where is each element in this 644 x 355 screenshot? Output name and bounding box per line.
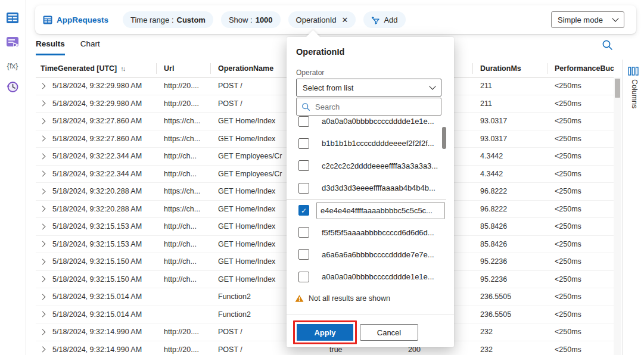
filter-pill-label: OperationId bbox=[296, 15, 337, 24]
operationid-filter-pill[interactable]: OperationId ✕ bbox=[288, 11, 356, 28]
table-name-button[interactable]: AppRequests bbox=[43, 15, 108, 24]
url-cell: http://20.... bbox=[156, 82, 210, 90]
option-label: d3d3d3d3eeeeffffaaaab4b4b4b... bbox=[322, 183, 435, 192]
table-glyph bbox=[6, 12, 19, 24]
flyout-search-box[interactable] bbox=[296, 98, 441, 116]
sort-icons[interactable]: ↑↓ bbox=[120, 63, 125, 74]
add-filter-pill[interactable]: Add bbox=[363, 11, 405, 28]
expand-row-chevron-icon[interactable] bbox=[40, 312, 46, 317]
column-header-url[interactable]: Url bbox=[156, 63, 210, 74]
expand-row-chevron-icon[interactable] bbox=[40, 347, 46, 353]
columns-icon[interactable] bbox=[628, 67, 639, 76]
remove-filter-icon[interactable]: ✕ bbox=[342, 15, 349, 24]
time-range-label: Time range : bbox=[130, 15, 174, 24]
expand-row-chevron-icon[interactable] bbox=[40, 206, 46, 212]
operationid-option[interactable]: c2c2c2c2ddddeeeeffffa3a3a3a3... bbox=[287, 155, 446, 177]
timegenerated-cell: 5/18/2024, 9:32:15.150 AM bbox=[36, 275, 156, 284]
apply-button[interactable]: Apply bbox=[297, 324, 353, 341]
timegenerated-cell: 5/18/2024, 9:32:29.980 AM bbox=[36, 82, 156, 90]
table-scrollbar[interactable] bbox=[614, 77, 621, 355]
show-limit-pill[interactable]: Show : 1000 bbox=[221, 11, 281, 28]
option-list-scrollbar-thumb[interactable] bbox=[442, 127, 446, 149]
flyout-title: OperationId bbox=[296, 47, 344, 57]
url-cell: http://20.... bbox=[156, 99, 210, 108]
app-window: {fx} AppRequests Time range : Custom bbox=[0, 0, 644, 355]
expand-row-chevron-icon[interactable] bbox=[40, 188, 46, 194]
performancebucket-cell: <250ms bbox=[547, 257, 614, 266]
operator-label: Operator bbox=[296, 68, 324, 77]
table-icon bbox=[43, 15, 52, 24]
expand-row-chevron-icon[interactable] bbox=[40, 259, 46, 264]
expand-row-chevron-icon[interactable] bbox=[40, 294, 46, 300]
apply-annotation-highlight: Apply bbox=[293, 320, 357, 344]
option-checkbox[interactable] bbox=[298, 116, 309, 127]
operationid-filter-flyout: OperationId Operator Select from list a0… bbox=[287, 37, 454, 347]
expand-row-chevron-icon[interactable] bbox=[40, 136, 46, 142]
column-header-performancebucket[interactable]: PerformanceBucket bbox=[547, 63, 614, 74]
operator-selected-value: Select from list bbox=[303, 83, 353, 92]
time-range-value: Custom bbox=[177, 15, 206, 24]
column-header-timegenerated[interactable]: TimeGenerated [UTC] ↑↓ bbox=[36, 63, 156, 74]
operationid-option[interactable]: b1b1b1b1ccccddddeeeef2f2f2f... bbox=[287, 132, 446, 154]
tables-icon[interactable] bbox=[5, 10, 20, 26]
flyout-search-input[interactable] bbox=[315, 102, 428, 111]
url-cell: http://ch... bbox=[156, 257, 210, 266]
table-scrollbar-thumb[interactable] bbox=[615, 79, 620, 98]
option-label: a0a0a0a0bbbbccccdddde1e1e... bbox=[322, 272, 434, 281]
durationms-cell: 236.5505 bbox=[472, 310, 547, 319]
chevron-down-icon bbox=[612, 15, 618, 21]
queries-icon[interactable] bbox=[5, 35, 20, 50]
results-chart-tabs: Results Chart bbox=[36, 39, 100, 55]
durationms-cell: 85.8426 bbox=[472, 240, 547, 248]
timegenerated-cell: 5/18/2024, 9:32:27.860 AM bbox=[36, 135, 156, 143]
filter-add-icon bbox=[371, 15, 380, 24]
expand-row-chevron-icon[interactable] bbox=[40, 101, 46, 107]
search-icon bbox=[301, 102, 310, 111]
operationid-option[interactable]: ✓ e4e4e4e4ffffaaaabbbbc5c5c5c... bbox=[287, 199, 446, 221]
option-label: a0a0a0a0bbbbccccdddde1e1e... bbox=[322, 117, 434, 126]
show-label: Show : bbox=[229, 15, 253, 24]
option-checkbox[interactable]: ✓ bbox=[298, 205, 309, 216]
cancel-button[interactable]: Cancel bbox=[360, 324, 418, 341]
timegenerated-cell: 5/18/2024, 9:32:20.288 AM bbox=[36, 187, 156, 195]
operationid-option[interactable]: a0a0a0a0bbbbccccdddde1e1e... bbox=[287, 116, 446, 132]
option-label: b1b1b1b1ccccddddeeeef2f2f2f... bbox=[322, 139, 434, 148]
option-checkbox[interactable] bbox=[298, 227, 309, 238]
tab-results[interactable]: Results bbox=[36, 39, 65, 55]
history-glyph bbox=[6, 80, 19, 94]
option-checkbox[interactable] bbox=[298, 183, 309, 194]
option-checkbox[interactable] bbox=[298, 272, 309, 282]
expand-row-chevron-icon[interactable] bbox=[40, 118, 46, 124]
expand-row-chevron-icon[interactable] bbox=[40, 241, 46, 247]
expand-row-chevron-icon[interactable] bbox=[40, 223, 46, 229]
search-results-icon[interactable] bbox=[602, 39, 613, 53]
operator-select[interactable]: Select from list bbox=[296, 79, 441, 96]
expand-row-chevron-icon[interactable] bbox=[40, 329, 46, 335]
functions-icon[interactable]: {fx} bbox=[5, 58, 20, 73]
expand-row-chevron-icon[interactable] bbox=[40, 153, 46, 159]
operationid-option[interactable]: d3d3d3d3eeeeffffaaaab4b4b4b... bbox=[287, 177, 446, 199]
performancebucket-cell: <250ms bbox=[547, 152, 614, 160]
option-checkbox[interactable] bbox=[298, 160, 309, 171]
timegenerated-cell: 5/18/2024, 9:32:15.014 AM bbox=[36, 310, 156, 319]
time-range-pill[interactable]: Time range : Custom bbox=[123, 11, 213, 28]
timegenerated-cell: 5/18/2024, 9:32:15.153 AM bbox=[36, 222, 156, 231]
option-checkbox[interactable] bbox=[298, 138, 309, 149]
results-warning: Not all results are shown bbox=[295, 294, 390, 303]
query-history-icon[interactable] bbox=[5, 79, 20, 95]
operationid-option[interactable]: f5f5f5f5aaaabbbbccccd6d6d6d... bbox=[287, 221, 446, 243]
expand-row-chevron-icon[interactable] bbox=[40, 83, 46, 89]
operationid-option[interactable]: a6a6a6a6bbbbccccdddde7e7e... bbox=[287, 244, 446, 266]
option-checkbox[interactable] bbox=[298, 249, 309, 260]
expand-row-chevron-icon[interactable] bbox=[40, 171, 46, 177]
left-icon-rail: {fx} bbox=[0, 0, 26, 355]
columns-side-rail[interactable]: Columns bbox=[622, 60, 644, 355]
performancebucket-cell: <250ms bbox=[547, 310, 614, 319]
durationms-cell: 211 bbox=[472, 99, 547, 108]
operationid-option[interactable]: a0a0a0a0bbbbccccdddde1e1e... bbox=[287, 266, 446, 288]
mode-selector[interactable]: Simple mode bbox=[551, 11, 624, 28]
expand-row-chevron-icon[interactable] bbox=[40, 276, 46, 282]
durationms-cell: 211 bbox=[472, 82, 547, 90]
tab-chart[interactable]: Chart bbox=[80, 39, 100, 55]
column-header-durationms[interactable]: DurationMs bbox=[472, 63, 547, 74]
